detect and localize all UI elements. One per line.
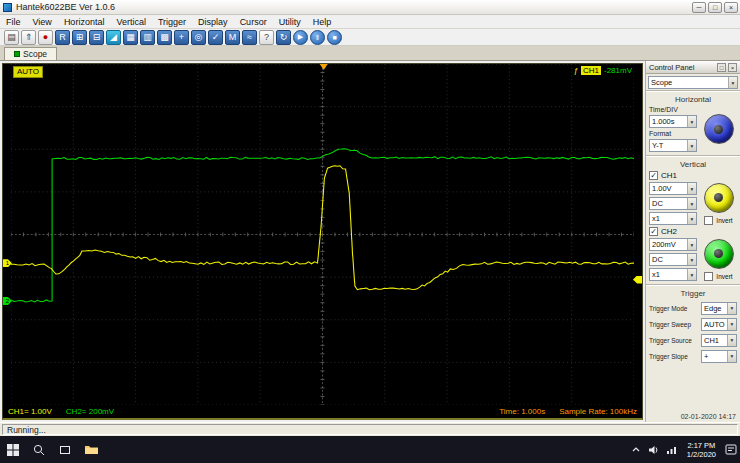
trigger-source-label: Trigger Source (649, 337, 692, 344)
time-div-select[interactable]: 1.000s▾ (649, 115, 697, 128)
start-button[interactable] (0, 436, 26, 463)
trigger-sweep-select[interactable]: AUTO▾ (701, 318, 737, 331)
tab-strip: Scope (0, 46, 740, 61)
taskbar-clock[interactable]: 2:17 PM 1/2/2020 (681, 441, 722, 459)
ch2-probe-select[interactable]: x1▾ (649, 268, 697, 281)
panel-datetime: 02-01-2020 14:17 (646, 411, 740, 422)
menu-item-display[interactable]: Display (192, 17, 234, 27)
ch1-probe-select[interactable]: x1▾ (649, 212, 697, 225)
menu-item-cursor[interactable]: Cursor (234, 17, 273, 27)
ch1-position-knob[interactable] (704, 183, 734, 213)
network-button[interactable] (663, 445, 681, 455)
app-icon (3, 3, 12, 12)
network-icon (666, 445, 678, 455)
horizontal-position-knob[interactable] (704, 114, 734, 144)
ch1-scale-select[interactable]: 1.00V▾ (649, 182, 697, 195)
menu-item-vertical[interactable]: Vertical (110, 17, 152, 27)
trigger-source-select[interactable]: CH1▾ (701, 334, 737, 347)
menu-item-horizontal[interactable]: Horizontal (58, 17, 111, 27)
app-window: Hantek6022BE Ver 1.0.6 ─ □ × FileViewHor… (0, 0, 740, 436)
tab-scope-label: Scope (23, 49, 47, 59)
panel-float-button[interactable]: □ (717, 63, 726, 72)
tab-scope[interactable]: Scope (4, 47, 57, 60)
panel-close-button[interactable]: × (728, 63, 737, 72)
clock-time: 2:17 PM (687, 441, 716, 450)
trigger-source-row: Trigger SourceCH1▾ (649, 332, 737, 348)
scope-display: AUTO ƒ CH1 -281mV 1 2 CH1= 1.00V CH2= 20… (2, 63, 643, 420)
menu-item-file[interactable]: File (0, 17, 27, 27)
trigger-slope-row: Trigger Slope+▾ (649, 348, 737, 364)
scope-canvas[interactable]: AUTO ƒ CH1 -281mV 1 2 (11, 64, 634, 405)
zoom-button[interactable]: ◎ (191, 30, 206, 45)
pass-fail-button[interactable]: ✓ (208, 30, 223, 45)
window-title: Hantek6022BE Ver 1.0.6 (16, 2, 688, 12)
maximize-button[interactable]: □ (708, 2, 722, 13)
system-tray: 2:17 PM 1/2/2020 (627, 436, 740, 463)
ch2-scale-select[interactable]: 200mV▾ (649, 238, 697, 251)
scope-infobar: CH1= 1.00V CH2= 200mV Time: 1.000s Sampl… (3, 405, 642, 418)
record-button[interactable]: ● (38, 30, 53, 45)
grid-display-button[interactable]: ▦ (123, 30, 138, 45)
sample-rate-readout: Sample Rate: 100kHz (559, 407, 637, 416)
trigger-level-marker[interactable] (633, 276, 642, 284)
scope-plot (11, 64, 634, 405)
open-file-button[interactable]: ▤ (4, 30, 19, 45)
save-file-button[interactable]: ⇑ (21, 30, 36, 45)
status-text: Running... (2, 424, 738, 435)
time-div-label: Time/DIV (649, 106, 697, 113)
waveform-gen-button[interactable]: ≈ (242, 30, 257, 45)
device-selector[interactable]: Scope▾ (648, 76, 738, 89)
trigger-status-badge: AUTO (13, 66, 43, 78)
start-acquisition-button[interactable]: ▶ (293, 30, 308, 45)
notification-center-button[interactable] (722, 444, 740, 455)
control-panel: Control Panel □ × Scope▾ Horizontal Time… (645, 61, 740, 422)
pause-acquisition-button[interactable]: ‖ (310, 30, 325, 45)
cursor-measure-button[interactable]: + (174, 30, 189, 45)
task-view-button[interactable] (52, 436, 78, 463)
trigger-slope-select[interactable]: +▾ (701, 350, 737, 363)
vertical-section: Vertical ✓ CH1 1.00V▾ DC▾ x1▾ (646, 156, 740, 285)
close-button[interactable]: × (724, 2, 738, 13)
ch2-position-knob[interactable] (704, 239, 734, 269)
ch1-coupling-select[interactable]: DC▾ (649, 197, 697, 210)
horizontal-section-title: Horizontal (649, 95, 737, 104)
clock-date: 1/2/2020 (687, 450, 716, 459)
menu-item-utility[interactable]: Utility (273, 17, 307, 27)
screen-b-button[interactable]: ⊟ (89, 30, 104, 45)
ch1-invert-checkbox[interactable] (704, 216, 713, 225)
trigger-sweep-label: Trigger Sweep (649, 321, 691, 328)
main-content: AUTO ƒ CH1 -281mV 1 2 CH1= 1.00V CH2= 20… (0, 61, 740, 422)
format-select[interactable]: Y-T▾ (649, 139, 697, 152)
search-button[interactable] (26, 436, 52, 463)
vectors-button[interactable]: ▥ (140, 30, 155, 45)
menu-item-view[interactable]: View (27, 17, 58, 27)
horizontal-section: Horizontal Time/DIV 1.000s▾ Format Y-T▾ (646, 91, 740, 156)
trigger-readout: ƒ CH1 -281mV (574, 66, 632, 75)
tray-expand-button[interactable] (627, 445, 645, 455)
ch2-invert-checkbox[interactable] (704, 272, 713, 281)
help-button[interactable]: ? (259, 30, 274, 45)
persistence-button[interactable]: ▩ (157, 30, 172, 45)
time-readout: Time: 1.000s (499, 407, 545, 416)
trigger-source-chip: CH1 (581, 66, 601, 75)
file-explorer-button[interactable] (78, 436, 104, 463)
ref-wave-button[interactable]: R (55, 30, 70, 45)
stop-acquisition-button[interactable]: ■ (327, 30, 342, 45)
ch1-enable-checkbox[interactable]: ✓ (649, 171, 658, 180)
menu-item-help[interactable]: Help (307, 17, 338, 27)
ch2-enable-checkbox[interactable]: ✓ (649, 227, 658, 236)
measure-button[interactable]: M (225, 30, 240, 45)
menu-item-trigger[interactable]: Trigger (152, 17, 192, 27)
screen-a-button[interactable]: ⊞ (72, 30, 87, 45)
volume-button[interactable] (645, 445, 663, 455)
ramp-wave-button[interactable]: ◢ (106, 30, 121, 45)
trigger-sweep-row: Trigger SweepAUTO▾ (649, 316, 737, 332)
minimize-button[interactable]: ─ (692, 2, 706, 13)
ch2-coupling-select[interactable]: DC▾ (649, 253, 697, 266)
trigger-section: Trigger Trigger ModeEdge▾Trigger SweepAU… (646, 285, 740, 368)
refresh-button[interactable]: ↻ (276, 30, 291, 45)
trigger-edge-icon: ƒ (574, 66, 578, 75)
trigger-mode-select[interactable]: Edge▾ (701, 302, 737, 315)
scope-panel: AUTO ƒ CH1 -281mV 1 2 CH1= 1.00V CH2= 20… (0, 61, 645, 422)
trigger-mode-label: Trigger Mode (649, 305, 687, 312)
